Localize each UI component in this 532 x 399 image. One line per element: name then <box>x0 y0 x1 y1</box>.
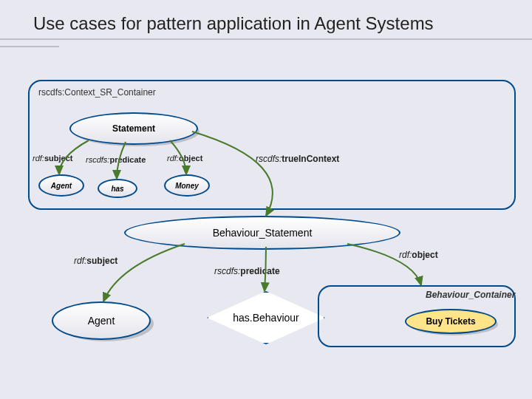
behaviour-container-label: Behaviour_Container <box>426 290 515 300</box>
edge-rdf-subject-big: rdf:subject <box>74 256 117 266</box>
buy-tickets-node: Buy Tickets <box>405 309 497 334</box>
rule-main <box>0 38 532 40</box>
has-small-node: has <box>98 179 137 198</box>
edge-rdf-object-small: rdf:object <box>167 154 202 163</box>
edge-rscdfs-predicate-small: rscdfs:predicate <box>86 155 146 164</box>
money-node: Money <box>164 174 210 197</box>
money-label: Money <box>175 182 199 190</box>
has-behaviour-node: has.Behaviour <box>207 291 325 347</box>
behaviour-statement-label: Behaviour_Statement <box>213 227 313 239</box>
behaviour-statement-node: Behaviour_Statement <box>124 216 400 250</box>
has-behaviour-shape: has.Behaviour <box>207 291 325 344</box>
agent-small-node: Agent <box>38 174 84 197</box>
edge-trueincontext: rscdfs:trueInContext <box>256 154 339 164</box>
has-behaviour-label: has.Behaviour <box>233 312 299 324</box>
rule-stub <box>0 46 59 47</box>
statement-label: Statement <box>112 123 155 134</box>
agent-small-label: Agent <box>51 182 72 190</box>
page-title: Use cases for pattern application in Age… <box>33 13 434 34</box>
edge-rdf-subject-small: rdf:subject <box>33 154 72 163</box>
buy-tickets-label: Buy Tickets <box>426 316 475 327</box>
has-small-label: has <box>111 185 123 193</box>
agent-big-label: Agent <box>88 315 115 327</box>
edge-rscdfs-predicate-big: rscdfs:predicate <box>214 266 280 276</box>
context-container-label: rscdfs:Context_SR_Container <box>38 87 156 98</box>
statement-node: Statement <box>69 112 198 145</box>
agent-big-node: Agent <box>52 301 151 340</box>
edge-rdf-object-big: rdf:object <box>399 250 438 260</box>
